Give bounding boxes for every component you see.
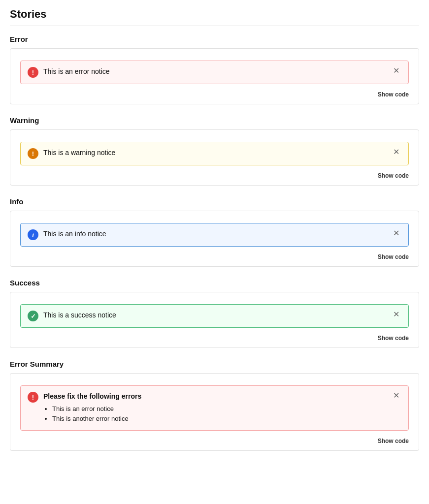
notice-success: ✓ This is a success notice ✕ [20, 304, 409, 328]
info-icon: i [28, 229, 38, 240]
show-code-row-success: Show code [20, 332, 409, 343]
section-title-error-summary: Error Summary [10, 360, 419, 368]
story-box-error: ! This is an error notice ✕ Show code [10, 48, 419, 104]
notice-warning-text: This is a warning notice [43, 148, 391, 158]
notice-info-close[interactable]: ✕ [391, 229, 401, 237]
notice-error-summary-close[interactable]: ✕ [391, 392, 401, 400]
page-container: Stories Error ! This is an error notice … [0, 0, 429, 471]
show-code-row-error: Show code [20, 88, 409, 99]
error-icon: ! [28, 67, 38, 78]
error-summary-icon: ! [28, 392, 38, 403]
section-error-summary: Error Summary ! Please fix the following… [10, 360, 419, 451]
story-box-success: ✓ This is a success notice ✕ Show code [10, 292, 419, 348]
show-code-row-info: Show code [20, 251, 409, 261]
section-title-warning: Warning [10, 116, 419, 125]
show-code-button-error-summary[interactable]: Show code [378, 437, 409, 445]
warning-icon: ! [28, 148, 38, 159]
notice-error-text: This is an error notice [43, 67, 391, 77]
show-code-button-success[interactable]: Show code [378, 334, 409, 343]
story-box-error-summary: ! Please fix the following errors This i… [10, 373, 419, 451]
notice-error-summary-content: Please fix the following errors This is … [43, 392, 391, 424]
list-item-1: This is an error notice [52, 405, 391, 413]
section-title-error: Error [10, 35, 419, 43]
show-code-button-error[interactable]: Show code [378, 90, 409, 99]
section-title-info: Info [10, 197, 419, 206]
list-item-2: This is another error notice [52, 414, 391, 423]
notice-error: ! This is an error notice ✕ [20, 61, 409, 84]
notice-warning-close[interactable]: ✕ [391, 148, 401, 156]
section-success: Success ✓ This is a success notice ✕ Sho… [10, 279, 419, 348]
notice-info-text: This is an info notice [43, 229, 391, 239]
section-title-success: Success [10, 279, 419, 287]
notice-error-summary-list: This is an error notice This is another … [52, 405, 391, 423]
section-error: Error ! This is an error notice ✕ Show c… [10, 35, 419, 104]
success-icon: ✓ [28, 311, 38, 321]
notice-error-close[interactable]: ✕ [391, 67, 401, 75]
story-box-warning: ! This is a warning notice ✕ Show code [10, 129, 419, 186]
show-code-button-warning[interactable]: Show code [378, 171, 409, 180]
notice-success-close[interactable]: ✕ [391, 311, 401, 318]
notice-error-summary-heading: Please fix the following errors [43, 392, 141, 400]
show-code-button-info[interactable]: Show code [378, 252, 409, 261]
notice-info: i This is an info notice ✕ [20, 223, 409, 247]
story-box-info: i This is an info notice ✕ Show code [10, 211, 419, 267]
page-title: Stories [10, 8, 419, 26]
show-code-row-error-summary: Show code [20, 435, 409, 445]
notice-success-text: This is a success notice [43, 311, 391, 320]
section-warning: Warning ! This is a warning notice ✕ Sho… [10, 116, 419, 186]
notice-warning: ! This is a warning notice ✕ [20, 142, 409, 165]
section-info: Info i This is an info notice ✕ Show cod… [10, 197, 419, 267]
notice-error-summary: ! Please fix the following errors This i… [20, 385, 409, 431]
show-code-row-warning: Show code [20, 169, 409, 180]
